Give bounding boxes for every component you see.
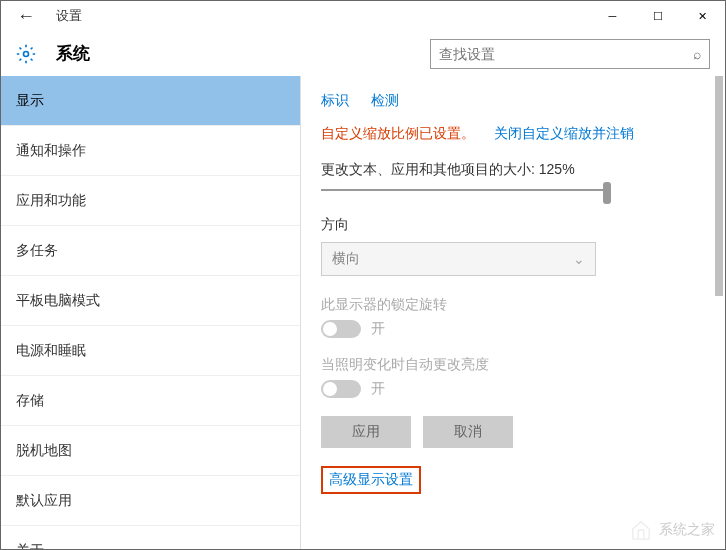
apply-button[interactable]: 应用 bbox=[321, 416, 411, 448]
page-title: 系统 bbox=[56, 42, 90, 65]
search-icon: ⌕ bbox=[693, 46, 701, 62]
scaling-status: 自定义缩放比例已设置。 关闭自定义缩放并注销 bbox=[321, 125, 705, 143]
sidebar: 显示 通知和操作 应用和功能 多任务 平板电脑模式 电源和睡眠 存储 脱机地图 … bbox=[1, 76, 301, 549]
maximize-button[interactable]: ☐ bbox=[635, 1, 680, 31]
sidebar-item-power[interactable]: 电源和睡眠 bbox=[1, 326, 300, 376]
window-title: 设置 bbox=[56, 7, 82, 25]
cancel-button[interactable]: 取消 bbox=[423, 416, 513, 448]
toggle-knob bbox=[323, 382, 337, 396]
sidebar-item-label: 平板电脑模式 bbox=[16, 292, 100, 310]
main-panel: 标识 检测 自定义缩放比例已设置。 关闭自定义缩放并注销 更改文本、应用和其他项… bbox=[301, 76, 725, 549]
action-buttons: 应用 取消 bbox=[321, 416, 705, 448]
sidebar-item-label: 多任务 bbox=[16, 242, 58, 260]
house-icon bbox=[629, 519, 653, 541]
tab-identify[interactable]: 标识 bbox=[321, 92, 349, 108]
sidebar-item-label: 电源和睡眠 bbox=[16, 342, 86, 360]
lock-rotation-value: 开 bbox=[371, 320, 385, 338]
auto-brightness-toggle[interactable] bbox=[321, 380, 361, 398]
scrollbar[interactable] bbox=[715, 76, 723, 549]
window-controls: ─ ☐ ✕ bbox=[590, 1, 725, 31]
scrollbar-thumb[interactable] bbox=[715, 76, 723, 296]
content: 显示 通知和操作 应用和功能 多任务 平板电脑模式 电源和睡眠 存储 脱机地图 … bbox=[1, 76, 725, 549]
orientation-value: 横向 bbox=[332, 250, 360, 268]
lock-rotation-label: 此显示器的锁定旋转 bbox=[321, 296, 705, 314]
sidebar-item-display[interactable]: 显示 bbox=[1, 76, 300, 126]
toggle-knob bbox=[323, 322, 337, 336]
auto-brightness-row: 开 bbox=[321, 380, 705, 398]
sidebar-item-defaultapps[interactable]: 默认应用 bbox=[1, 476, 300, 526]
sidebar-item-apps[interactable]: 应用和功能 bbox=[1, 176, 300, 226]
sidebar-item-label: 关于 bbox=[16, 542, 44, 550]
minimize-button[interactable]: ─ bbox=[590, 1, 635, 31]
sidebar-item-about[interactable]: 关于 bbox=[1, 526, 300, 549]
sidebar-item-multitask[interactable]: 多任务 bbox=[1, 226, 300, 276]
search-input[interactable] bbox=[439, 46, 693, 62]
sidebar-item-label: 默认应用 bbox=[16, 492, 72, 510]
status-action-link[interactable]: 关闭自定义缩放并注销 bbox=[494, 125, 634, 141]
sidebar-item-tablet[interactable]: 平板电脑模式 bbox=[1, 276, 300, 326]
watermark: 系统之家 bbox=[629, 519, 715, 541]
status-warning: 自定义缩放比例已设置。 bbox=[321, 125, 475, 141]
back-button[interactable]: ← bbox=[11, 6, 41, 27]
chevron-down-icon: ⌄ bbox=[573, 251, 585, 267]
orientation-label: 方向 bbox=[321, 216, 705, 234]
titlebar: ← 设置 ─ ☐ ✕ bbox=[1, 1, 725, 31]
close-button[interactable]: ✕ bbox=[680, 1, 725, 31]
svg-point-0 bbox=[24, 51, 29, 56]
lock-rotation-row: 开 bbox=[321, 320, 705, 338]
search-box[interactable]: ⌕ bbox=[430, 39, 710, 69]
sidebar-item-label: 通知和操作 bbox=[16, 142, 86, 160]
slider-thumb[interactable] bbox=[603, 182, 611, 204]
settings-icon bbox=[11, 44, 41, 64]
sidebar-item-label: 存储 bbox=[16, 392, 44, 410]
sidebar-item-label: 脱机地图 bbox=[16, 442, 72, 460]
sidebar-item-label: 显示 bbox=[16, 92, 44, 110]
sidebar-item-storage[interactable]: 存储 bbox=[1, 376, 300, 426]
display-tabs: 标识 检测 bbox=[321, 91, 705, 110]
advanced-display-link[interactable]: 高级显示设置 bbox=[321, 466, 421, 494]
auto-brightness-value: 开 bbox=[371, 380, 385, 398]
scale-label: 更改文本、应用和其他项目的大小: 125% bbox=[321, 161, 705, 179]
sidebar-item-maps[interactable]: 脱机地图 bbox=[1, 426, 300, 476]
lock-rotation-toggle[interactable] bbox=[321, 320, 361, 338]
header: 系统 ⌕ bbox=[1, 31, 725, 76]
auto-brightness-label: 当照明变化时自动更改亮度 bbox=[321, 356, 705, 374]
sidebar-item-label: 应用和功能 bbox=[16, 192, 86, 210]
scale-slider[interactable] bbox=[321, 189, 611, 191]
watermark-text: 系统之家 bbox=[659, 521, 715, 539]
orientation-dropdown[interactable]: 横向 ⌄ bbox=[321, 242, 596, 276]
sidebar-item-notifications[interactable]: 通知和操作 bbox=[1, 126, 300, 176]
tab-detect[interactable]: 检测 bbox=[371, 92, 399, 108]
